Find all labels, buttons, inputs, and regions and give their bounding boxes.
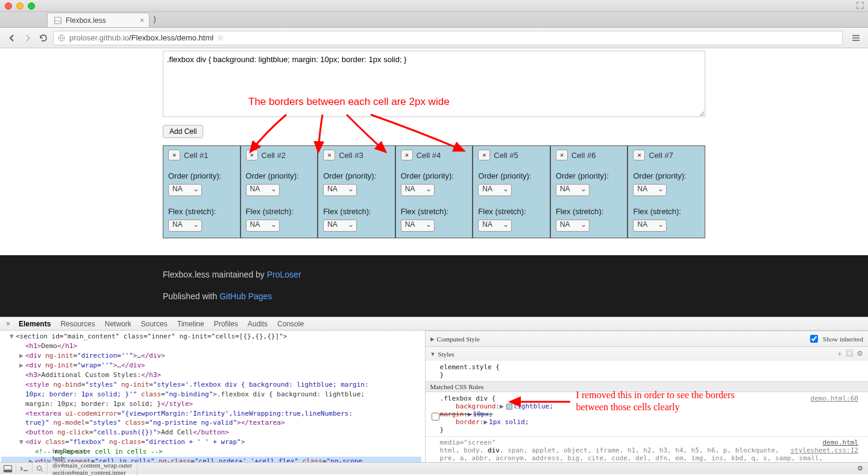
element-style-rule[interactable]: element.style { (440, 363, 863, 371)
show-inherited-checkbox[interactable] (810, 335, 818, 343)
remove-cell-button[interactable]: × (246, 150, 258, 160)
dom-textarea[interactable]: <textarea ui-codemirror="{viewportMargin… (25, 410, 353, 417)
order-select[interactable]: NA (168, 184, 202, 196)
svg-point-4 (37, 466, 42, 470)
rule-border-prop[interactable]: border:▶1px solid; (440, 418, 863, 426)
dom-div-direction[interactable]: <div ng-init="direction=''">…</div> (25, 352, 165, 360)
maximize-window-button[interactable] (28, 2, 35, 10)
order-select[interactable]: NA (478, 184, 512, 196)
inspect-element-icon[interactable] (33, 463, 48, 474)
order-select[interactable]: NA (323, 184, 357, 196)
devtools-styles-pane[interactable]: ▶ Computed Style Show inherited ▼ Styles… (426, 331, 868, 462)
order-label: Order (priority): (168, 171, 235, 180)
expand-icon[interactable] (856, 1, 864, 10)
order-select[interactable]: NA (401, 184, 435, 196)
remove-cell-button[interactable]: × (323, 150, 335, 160)
devtools-tab-sources[interactable]: Sources (136, 318, 172, 330)
devtools-close-button[interactable]: × (2, 320, 14, 328)
computed-style-section[interactable]: ▶ Computed Style Show inherited (426, 331, 868, 346)
reset-source-link[interactable]: demo.html (822, 439, 863, 446)
dom-flexbox[interactable]: <div class="flexbox" ng-class="direction… (25, 438, 245, 446)
dom-section[interactable]: <section id="main_content" class="inner"… (16, 332, 287, 340)
devtools-tab-network[interactable]: Network (100, 318, 136, 330)
reload-button[interactable] (37, 32, 49, 44)
add-cell-button[interactable]: Add Cell (163, 125, 203, 138)
footer-proloser-link[interactable]: ProLoser (267, 270, 301, 279)
new-tab-button[interactable]: ⟩ (153, 14, 156, 25)
flex-select[interactable]: NA (478, 220, 512, 232)
flex-label: Flex (stretch): (478, 207, 545, 216)
devtools-tab-timeline[interactable]: Timeline (172, 318, 209, 330)
breadcrumb-item[interactable]: section#main_content.inner (48, 469, 137, 476)
url-host: proloser.github.io (69, 33, 129, 42)
svg-rect-3 (4, 469, 12, 472)
forward-button[interactable] (22, 32, 34, 44)
stylesheet-source-link[interactable]: stylesheet.css:12 (790, 446, 863, 454)
menu-button[interactable] (850, 32, 862, 44)
flex-cell: ×Cell #4Order (priority):NAFlex (stretch… (395, 145, 473, 238)
breadcrumb-item[interactable]: body (48, 454, 137, 462)
bookmark-star-icon[interactable]: ☆ (217, 33, 224, 42)
breadcrumb-item[interactable]: div#main_content_wrap.outer (48, 462, 137, 469)
globe-icon (57, 34, 66, 42)
back-button[interactable] (6, 32, 18, 44)
devtools-tab-profiles[interactable]: Profiles (209, 318, 243, 330)
dom-h3[interactable]: <h3>Additional Custom Styles:</h3> (25, 371, 161, 379)
styles-section[interactable]: ▼ Styles ＋ ⿴ ⚙ (426, 346, 868, 361)
remove-cell-button[interactable]: × (478, 150, 490, 160)
dom-div-wrap[interactable]: <div ng-init="wrap=''">…</div> (25, 361, 145, 369)
reset-selector-line2: pre, a, abbr, acronym, address, big, cit… (440, 454, 863, 462)
rule-source-link[interactable]: demo.html:60 (811, 395, 863, 402)
flex-select[interactable]: NA (246, 220, 280, 232)
dom-button[interactable]: <button ng-click="cells.push({})">Add Ce… (25, 428, 229, 436)
toggle-element-state-icon[interactable]: ⿴ (846, 349, 854, 358)
remove-cell-button[interactable]: × (633, 150, 645, 160)
footer-githubpages-link[interactable]: GitHub Pages (219, 291, 272, 301)
styles-settings-icon[interactable]: ⚙ (857, 349, 863, 358)
matched-css-rules-label: Matched CSS Rules (426, 381, 868, 392)
flex-select[interactable]: NA (168, 220, 202, 232)
breadcrumb-item[interactable]: html.ng-scope (48, 447, 137, 454)
new-style-rule-icon[interactable]: ＋ (836, 349, 843, 359)
order-select[interactable]: NA (246, 184, 280, 196)
flex-select[interactable]: NA (401, 220, 435, 232)
toggle-margin-checkbox[interactable] (432, 413, 439, 420)
devtools-tab-elements[interactable]: Elements (14, 318, 55, 330)
cell-title: Cell #7 (649, 151, 673, 160)
dock-side-icon[interactable] (0, 463, 16, 474)
disclosure-triangle-icon[interactable]: ▶ (430, 336, 435, 342)
browser-tab[interactable]: Flexbox.less × (47, 13, 149, 27)
devtools-elements-tree[interactable]: ▼<section id="main_content" class="inner… (0, 331, 426, 462)
devtools-settings-icon[interactable]: ⚙ (852, 465, 868, 472)
address-bar[interactable]: proloser.github.io/Flexbox.less/demo.htm… (53, 31, 843, 45)
close-tab-icon[interactable]: × (140, 16, 144, 25)
media-line: media="screen" (440, 439, 863, 446)
dom-h1[interactable]: <h1>Demo</h1> (25, 342, 77, 350)
remove-cell-button[interactable]: × (401, 150, 413, 160)
devtools-tab-console[interactable]: Console (272, 318, 309, 330)
devtools-breadcrumb-bar: html.ng-scopebodydiv#main_content_wrap.o… (0, 462, 868, 474)
minimize-window-button[interactable] (16, 2, 24, 10)
flex-label: Flex (stretch): (556, 207, 623, 216)
flex-select[interactable]: NA (556, 220, 590, 232)
remove-cell-button[interactable]: × (556, 150, 568, 160)
flex-cell: ×Cell #5Order (priority):NAFlex (stretch… (473, 145, 550, 238)
flex-label: Flex (stretch): (168, 207, 235, 216)
flex-select[interactable]: NA (323, 220, 357, 232)
flex-label: Flex (stretch): (633, 207, 700, 216)
order-label: Order (priority): (323, 171, 390, 180)
flex-select[interactable]: NA (633, 220, 667, 232)
close-window-button[interactable] (5, 2, 12, 10)
custom-styles-textarea[interactable]: .flexbox div { background: lightblue; ma… (163, 51, 705, 117)
remove-cell-button[interactable]: × (168, 150, 180, 160)
flex-label: Flex (stretch): (401, 207, 468, 216)
dom-style[interactable]: <style ng-bind="styles" ng-init="styles=… (25, 381, 369, 389)
order-select[interactable]: NA (633, 184, 667, 196)
devtools-tab-audits[interactable]: Audits (243, 318, 272, 330)
console-drawer-icon[interactable] (16, 463, 33, 474)
annotation-arrow-devtools (504, 396, 576, 414)
devtools-tab-resources[interactable]: Resources (55, 318, 99, 330)
disclosure-triangle-icon[interactable]: ▼ (430, 351, 436, 357)
page-viewport: .flexbox div { background: lightblue; ma… (0, 48, 868, 317)
order-select[interactable]: NA (556, 184, 590, 196)
